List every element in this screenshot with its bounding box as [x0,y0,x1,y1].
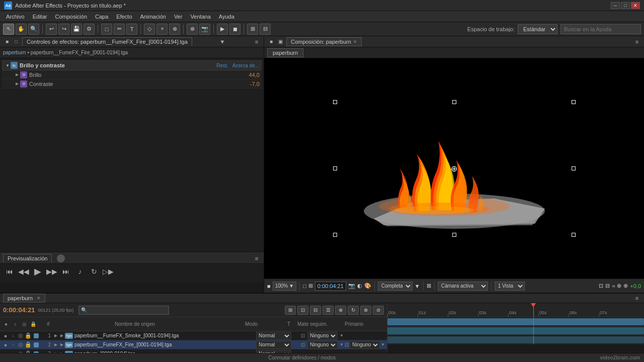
layer-1-name[interactable]: paperburn__FumeFX_Smoke_[0001-0194].tga [74,333,256,338]
layer-1-visibility-icon[interactable]: ● [2,332,9,339]
layer-1-matte-arrow[interactable]: ▼ [339,333,345,339]
menu-ver[interactable]: Ver [170,13,187,21]
layer-2-primary-select[interactable]: Ninguno [350,341,380,349]
layer-2-color[interactable] [34,342,39,347]
layer-1-lock-icon[interactable]: 🔒 [25,332,32,339]
preview-prev-button[interactable]: ◀◀ [18,266,29,277]
col-eye-icon[interactable]: ● [2,320,10,328]
layer-1-expand[interactable]: ▶ [53,333,59,339]
zoom-display[interactable]: 100% ▼ [273,282,296,291]
timeline-lock-icon[interactable]: ⊗ [360,306,371,315]
panel-menu-button[interactable]: ≡ [253,38,261,46]
group-expand-icon[interactable]: ▼ [5,62,11,68]
preview-play-button[interactable]: ▶ [32,266,43,277]
timeline-tab-close-icon[interactable]: ✕ [37,296,41,301]
tool-zoom[interactable]: 🔍 [28,24,39,35]
comp-3d-icon[interactable]: ⊠ [427,283,431,289]
track-bar-3[interactable] [387,336,644,343]
timeline-menu-button[interactable]: ≡ [633,294,641,302]
camera-select[interactable]: Cámara activa [438,282,488,291]
timeline-composition-icon[interactable]: ⊡ [297,306,308,315]
preview-menu-button[interactable]: ≡ [253,254,261,262]
timeline-search-input[interactable] [78,306,169,315]
col-audio-icon[interactable]: ♪ [11,320,19,328]
layer-row-2[interactable]: ● ◦ ◎ 🔒 2 ▶ ▶ tga paperburn__FumeFX_Fire… [0,340,387,349]
layer-2-lock-icon[interactable]: 🔒 [25,341,32,348]
handle-top-right[interactable] [572,100,576,104]
handle-bottom-right[interactable] [572,233,576,237]
tool-clone[interactable]: ⊕ [169,24,180,35]
preview-audio-button[interactable]: ♪ [74,266,86,277]
panel-dropdown[interactable]: ▼ [219,39,225,45]
preview-first-frame-button[interactable]: ⏮ [4,266,15,277]
tool-select[interactable]: ↖ [3,24,14,35]
tool-undo[interactable]: ↩ [46,24,57,35]
comp-color-icon[interactable]: 🎨 [364,283,371,289]
handle-middle-right[interactable] [572,166,576,170]
layer-1-color[interactable] [34,333,39,338]
prop-value-contraste[interactable]: -7,0 [239,81,260,87]
quality-select[interactable]: Completa [378,282,413,291]
menu-animacion[interactable]: Animación [136,13,170,21]
workspace-select[interactable]: Estándar [518,24,557,34]
comp-motion-icon[interactable]: ≈ [612,283,615,289]
comp-snap-icon[interactable]: ⊕ [623,283,628,289]
layer-1-mode-select[interactable]: Normal [256,332,291,340]
preview-close-icon[interactable] [57,254,65,262]
preview-fast-button[interactable]: ▷▶ [103,266,114,277]
timeline-extra-icon[interactable]: ⊘ [373,306,384,315]
comp-snapshot-btn[interactable]: 📷 [348,283,355,289]
layer-2-mode-select[interactable]: Normal [256,341,291,349]
tool-hand[interactable]: ✋ [16,24,27,35]
comp-breadcrumb-button[interactable]: paperburn [267,48,303,57]
menu-ventana[interactable]: Ventana [186,13,214,21]
tool-play[interactable]: ▶ [217,24,228,35]
views-select[interactable]: 1 Vista [495,282,525,291]
effect-about-button[interactable]: Acerca de... [232,63,259,68]
layer-2-visibility-icon[interactable]: ● [2,341,9,348]
layer-2-audio-icon[interactable]: ◦ [10,341,17,348]
prop-expand-icon-2[interactable]: ▶ [14,81,20,87]
layer-2-expand[interactable]: ▶ [53,342,59,348]
menu-ayuda[interactable]: Ayuda [215,13,238,21]
handle-top-center[interactable] [452,100,456,104]
comp-region-icon[interactable]: □ [303,283,306,289]
timeline-tab[interactable]: paperburn ✕ [3,294,45,303]
timeline-layer-icon[interactable]: ⊟ [310,306,321,315]
tool-save[interactable]: 💾 [71,24,82,35]
tool-brush[interactable]: ⚬ [156,24,168,35]
comp-render-icon[interactable]: ⊡ [599,283,603,289]
layer-2-matte-arrow[interactable]: ▼ [339,342,345,348]
preview-last-frame-button[interactable]: ⏭ [60,266,71,277]
handle-middle-left[interactable] [333,166,337,170]
layer-1-solo-icon[interactable]: ◎ [17,332,24,339]
col-matte-header[interactable]: Mate seguim. [297,321,343,327]
tool-stop[interactable]: ⏹ [229,24,240,35]
col-t-header[interactable]: T [287,321,295,327]
comp-exposure-icon[interactable]: ◐ [357,283,362,289]
col-name-header[interactable]: Nombre de origen [115,321,243,327]
handle-top-left[interactable] [333,100,337,104]
layer-2-matte-select[interactable]: Ninguno [307,341,338,349]
timeline-ruler[interactable]: 00s 01s 02s 03s 04s 05s 06s 07s [387,303,644,317]
playhead[interactable] [533,303,534,317]
preview-loop-button[interactable]: ↻ [89,266,100,277]
tool-extra2[interactable]: ⊟ [260,24,271,35]
effect-reset-button[interactable]: Rest. [216,63,228,68]
comp-menu-button[interactable]: ≡ [633,38,641,46]
tool-text[interactable]: T [126,24,137,35]
track-bar-2[interactable] [387,327,644,334]
tool-rect[interactable]: □ [101,24,112,35]
comp-export-icon[interactable]: ⊟ [605,283,610,289]
col-solo-icon[interactable]: ◎ [20,320,28,328]
layer-row-1[interactable]: ● ◦ ◎ 🔒 1 ▶ ▶ tga paperburn__FumeFX_Smok… [0,331,387,340]
close-button[interactable]: ✕ [631,2,640,9]
tool-pen[interactable]: ✏ [114,24,125,35]
breadcrumb-link[interactable]: paperburn [3,50,26,55]
handle-bottom-left[interactable] [333,233,337,237]
timeline-transfer-icon[interactable]: ⊞ [285,306,296,315]
preview-tab[interactable]: Previsualización [3,254,52,262]
menu-capa[interactable]: Capa [91,13,112,21]
menu-editar[interactable]: Editar [29,13,51,21]
layer-2-primary-arrow[interactable]: ▼ [381,342,385,348]
